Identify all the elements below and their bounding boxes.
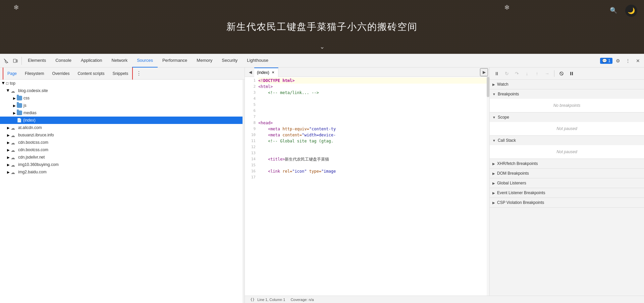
editor-file-tab-index[interactable]: (index) ✕: [254, 68, 278, 77]
settings-button[interactable]: ⚙: [613, 56, 623, 66]
subtab-content-scripts[interactable]: Content scripts: [73, 68, 108, 80]
pause-button[interactable]: ⏸: [492, 69, 501, 78]
code-line-13: [258, 150, 489, 156]
device-toolbar-button[interactable]: [11, 56, 20, 66]
step-over-button[interactable]: ↷: [513, 69, 521, 78]
more-options-button[interactable]: ⋮: [623, 56, 633, 66]
section-scope-header[interactable]: ▼ Scope: [490, 113, 644, 122]
step-button[interactable]: →: [543, 69, 551, 78]
moon-icon[interactable]: 🌙: [625, 5, 637, 17]
scope-arrow: ▼: [492, 116, 496, 119]
deactivate-breakpoints-button[interactable]: [557, 69, 566, 78]
folder-icon-js: [17, 103, 22, 108]
tab-performance[interactable]: Performance: [158, 54, 192, 68]
disable-pause-button[interactable]: [567, 69, 576, 78]
subtab-page[interactable]: Page: [3, 68, 21, 80]
code-scroll-thumb[interactable]: [487, 77, 489, 97]
code-content[interactable]: <!DOCTYPE html> <html> <!-- meta/link...…: [258, 77, 489, 296]
callstack-label: Call Stack: [498, 138, 516, 143]
line-num-10: 10: [245, 132, 256, 138]
section-csp-header[interactable]: ▶ CSP Violation Breakpoints: [490, 198, 644, 207]
line-num-1: 1: [245, 78, 256, 84]
editor-back-button[interactable]: ◀: [246, 68, 254, 76]
section-breakpoints-header[interactable]: ▼ Breakpoints: [490, 89, 644, 99]
callstack-arrow: ▼: [492, 139, 496, 142]
csp-label: CSP Violation Breakpoints: [497, 200, 544, 205]
code-line-5: [258, 102, 489, 108]
subtab-filesystem[interactable]: Filesystem: [21, 68, 48, 80]
inspect-element-button[interactable]: [1, 56, 11, 66]
section-xhr: ▶ XHR/fetch Breakpoints: [490, 159, 644, 169]
snow-icon-right: ❄: [504, 3, 510, 11]
website-title: 新生代农民工键盘手菜猫子小六的搬砖空间: [226, 20, 418, 33]
resume-button[interactable]: ↻: [502, 69, 511, 78]
format-button-right[interactable]: {}: [250, 297, 255, 302]
tree-item-busuanzi[interactable]: ▶ ☁ busuanzi.ibruce.info: [0, 131, 245, 139]
section-scope: ▼ Scope Not paused: [490, 113, 644, 136]
section-callstack-header[interactable]: ▼ Call Stack: [490, 136, 644, 145]
line-num-12: 12: [245, 144, 256, 150]
subtabs-more-button[interactable]: ⋮: [134, 69, 144, 78]
editor-tab-close[interactable]: ✕: [271, 70, 275, 75]
csp-arrow: ▶: [492, 201, 495, 205]
section-global-listeners-header[interactable]: ▶ Global Listeners: [490, 178, 644, 188]
tab-lighthouse[interactable]: Lighthouse: [242, 54, 273, 68]
line-num-2: 2: [245, 84, 256, 90]
subtab-overrides[interactable]: Overrides: [48, 68, 73, 80]
line-num-17: 17: [245, 174, 256, 180]
cursor-position-right: Line 1, Column 1: [257, 298, 285, 302]
tree-arrow-jsdelivr: ▶: [6, 155, 11, 160]
tree-item-blog[interactable]: ▶ ☁ blog.codesix.site: [0, 87, 245, 94]
tree-item-css[interactable]: ▶ css: [0, 94, 245, 102]
coverage-right: Coverage: n/a: [290, 298, 314, 302]
close-devtools-button[interactable]: ✕: [633, 56, 643, 66]
line-num-6: 6: [245, 108, 256, 114]
section-watch-header[interactable]: ▶ Watch: [490, 80, 644, 89]
tab-network[interactable]: Network: [107, 54, 132, 68]
tab-elements[interactable]: Elements: [23, 54, 51, 68]
tab-sources[interactable]: Sources: [132, 54, 158, 68]
code-scrollbar[interactable]: [487, 77, 489, 296]
breakpoints-content: No breakpoints: [490, 99, 644, 112]
folder-icon-medias: [17, 111, 22, 115]
breakpoints-arrow: ▼: [492, 92, 496, 96]
file-tree-scrollbar[interactable]: [243, 80, 245, 303]
tree-item-360buy[interactable]: ▶ ☁ img10.360buyimg.com: [0, 161, 245, 168]
code-line-6: [258, 108, 489, 114]
tree-label-alicdn: at.alicdn.com: [18, 125, 42, 130]
section-dom-header[interactable]: ▶ DOM Breakpoints: [490, 169, 644, 178]
file-tree: ▶ □ top ▶ ☁ blog.codesix.site ▶ css: [0, 80, 245, 303]
search-icon[interactable]: 🔍: [610, 7, 617, 14]
tab-console[interactable]: Console: [51, 54, 76, 68]
subtab-snippets[interactable]: Snippets: [108, 68, 132, 80]
chat-badge-button[interactable]: 💬 1: [600, 58, 612, 64]
left-panel: Page Filesystem Overrides Content script…: [0, 68, 245, 303]
tree-arrow-blog: ▶: [6, 88, 11, 93]
tree-item-bootcss1[interactable]: ▶ ☁ cdn.bootcss.com: [0, 139, 245, 146]
tree-item-js[interactable]: ▶ js: [0, 102, 245, 109]
tree-arrow-bootcss1: ▶: [6, 140, 11, 145]
tree-item-alicdn[interactable]: ▶ ☁ at.alicdn.com: [0, 124, 245, 131]
tab-security[interactable]: Security: [217, 54, 242, 68]
tree-label-js: js: [23, 103, 26, 108]
step-out-button[interactable]: ↑: [533, 69, 541, 78]
toolbar-separator-1: [21, 57, 22, 65]
step-into-button[interactable]: ↓: [523, 69, 531, 78]
tab-application[interactable]: Application: [76, 54, 107, 68]
scope-label: Scope: [498, 115, 509, 120]
line-num-13: 13: [245, 150, 256, 156]
tree-item-index[interactable]: 📄 (index): [0, 117, 245, 124]
editor-run-button[interactable]: ▶: [480, 68, 488, 76]
tree-item-bootcss2[interactable]: ▶ ☁ cdn.bootcss.com: [0, 146, 245, 154]
tree-label-medias: medias: [23, 111, 37, 115]
tree-item-baidu[interactable]: ▶ ☁ img2.baidu.com: [0, 168, 245, 176]
tree-item-medias[interactable]: ▶ medias: [0, 109, 245, 117]
tree-item-jsdelivr[interactable]: ▶ ☁ cdn.jsdelivr.net: [0, 154, 245, 161]
tab-memory[interactable]: Memory: [192, 54, 217, 68]
tree-item-top[interactable]: ▶ □ top: [0, 80, 245, 87]
devtools-toolbar: Elements Console Application Network Sou…: [0, 54, 644, 68]
section-xhr-header[interactable]: ▶ XHR/fetch Breakpoints: [490, 159, 644, 168]
tree-label-bootcss2: cdn.bootcss.com: [18, 147, 48, 152]
section-global-listeners: ▶ Global Listeners: [490, 178, 644, 188]
section-event-listeners-header[interactable]: ▶ Event Listener Breakpoints: [490, 188, 644, 198]
